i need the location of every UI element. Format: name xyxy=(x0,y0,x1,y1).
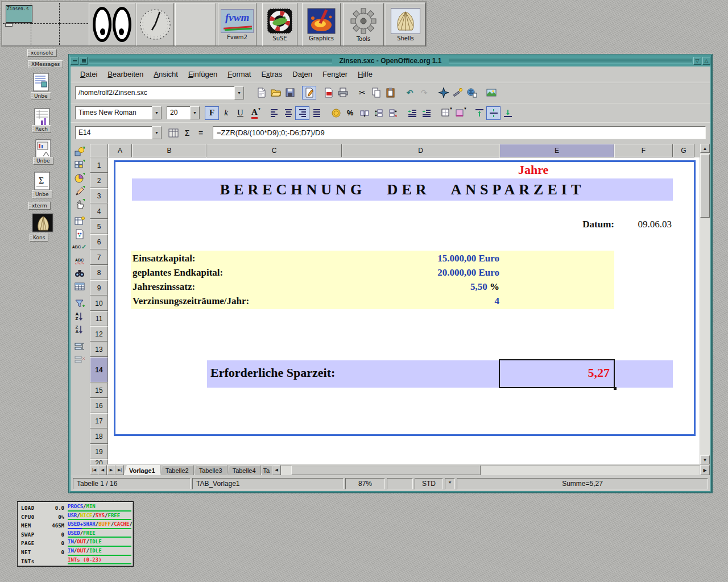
insert-cells-button[interactable] xyxy=(73,158,86,171)
sheet-grid[interactable]: BERECHNUNG DER ANSPARZEIT Datum: 09.06.0… xyxy=(108,157,700,464)
column-header-E[interactable]: E xyxy=(499,144,614,157)
status-cell-6[interactable]: Summe=5,27 xyxy=(457,478,708,489)
menu-fenster[interactable]: Fenster xyxy=(317,68,353,80)
row-header-9[interactable]: 9 xyxy=(90,280,108,296)
underline-button[interactable]: U xyxy=(233,106,247,120)
xconsole-label[interactable]: xconsole xyxy=(27,49,57,57)
row-header-14[interactable]: 14 xyxy=(90,357,108,383)
new-document-button[interactable] xyxy=(254,86,268,99)
draw-functions-button[interactable] xyxy=(73,184,86,197)
export-pdf-button[interactable] xyxy=(321,86,336,99)
status-cell-3[interactable] xyxy=(387,478,413,489)
input-row-0[interactable]: Einsatzkapital:15.000,00 Euro xyxy=(131,252,614,267)
last-sheet-button[interactable]: ▶| xyxy=(115,465,124,475)
ungroup-button[interactable] xyxy=(73,353,86,366)
themes-button[interactable] xyxy=(73,227,86,240)
cut-button[interactable]: ✂ xyxy=(355,86,369,99)
maximize-button[interactable]: △ xyxy=(702,57,710,65)
data-sources-button[interactable] xyxy=(73,280,86,293)
align-top-button[interactable] xyxy=(472,106,486,120)
impress-doc-icon[interactable] xyxy=(35,139,52,159)
autospellcheck-button[interactable]: ABC xyxy=(73,253,86,267)
column-header-C[interactable]: C xyxy=(206,144,342,157)
row-header-11[interactable]: 11 xyxy=(90,311,108,326)
row-header-19[interactable]: 19 xyxy=(90,444,108,459)
add-decimal-button[interactable] xyxy=(371,106,386,120)
xterm-label[interactable]: xterm xyxy=(28,202,51,210)
row-header-17[interactable]: 17 xyxy=(90,413,108,429)
row-header-12[interactable]: 12 xyxy=(90,326,108,342)
row-header-1[interactable]: 1 xyxy=(90,157,108,173)
pager-desk-3[interactable] xyxy=(60,3,88,24)
autofilter-button[interactable] xyxy=(73,297,86,310)
titlebar[interactable]: Zinsen.sxc - OpenOffice.org 1.1 ▽ △ xyxy=(71,56,710,65)
system-monitor-window[interactable]: LOAD0.0PROCS/MINCPU00%USR/NICE/SYS/FREEM… xyxy=(17,501,134,567)
row-header-5[interactable]: 5 xyxy=(90,219,108,234)
sheet-tab-Tabelle3[interactable]: Tabelle3 xyxy=(194,465,228,475)
font-name-dropdown[interactable]: ▼ xyxy=(152,106,162,119)
launcher-suse[interactable]: SuSE xyxy=(262,3,297,46)
menu-datei[interactable]: Datei xyxy=(75,68,102,80)
function-wizard-button[interactable] xyxy=(167,127,180,139)
launcher-fvwm2[interactable]: fvwm Fvwm2 xyxy=(218,3,257,46)
gallery-button[interactable] xyxy=(484,86,498,99)
row-header-16[interactable]: 16 xyxy=(90,398,108,413)
column-header-B[interactable]: B xyxy=(132,144,206,157)
clock-button[interactable] xyxy=(136,3,174,46)
vertical-scrollbar[interactable]: ▲ ▼ xyxy=(700,144,710,464)
scroll-down-button[interactable]: ▼ xyxy=(700,455,710,464)
next-sheet-button[interactable]: ▶ xyxy=(107,465,115,475)
menu-bearbeiten[interactable]: Bearbeiten xyxy=(102,68,148,80)
align-bottom-button[interactable] xyxy=(500,106,515,120)
font-name-field[interactable]: Times New Roman xyxy=(75,106,152,119)
tab-scroll-left-button[interactable]: ◀ xyxy=(272,465,281,475)
konsole-icon[interactable] xyxy=(32,213,53,232)
prev-sheet-button[interactable]: ◀ xyxy=(98,465,107,475)
blank-panel-button[interactable] xyxy=(175,3,216,46)
undo-button[interactable]: ↶ xyxy=(403,86,417,99)
number-format-standard-button[interactable] xyxy=(357,106,371,120)
cell-reference-field[interactable]: E14 xyxy=(75,126,152,139)
impress-doc-label[interactable]: Unbe xyxy=(33,157,53,165)
writer-doc-label[interactable]: Unbe xyxy=(31,92,51,100)
tab-scroll-right-button[interactable]: ▶ xyxy=(700,465,710,475)
italic-button[interactable]: k xyxy=(219,106,233,120)
scroll-up-button[interactable]: ▲ xyxy=(700,144,710,153)
menu-ansicht[interactable]: Ansicht xyxy=(148,68,183,80)
name-box-dropdown[interactable]: ▼ xyxy=(152,126,162,139)
file-url-field[interactable]: /home/rolf2/Zinsen.sxc xyxy=(75,86,234,99)
sheet-tab-Vorlage1[interactable]: Vorlage1 xyxy=(124,465,160,475)
row-header-15[interactable]: 15 xyxy=(90,383,108,398)
input-row-3[interactable]: Verzinsungszeiträume/Jahr:4 xyxy=(131,295,614,309)
row-header-7[interactable]: 7 xyxy=(90,250,108,265)
status-cell-5[interactable]: * xyxy=(445,478,455,489)
xmessages-label[interactable]: XMessages xyxy=(28,60,63,68)
pager-desk-6[interactable] xyxy=(60,24,88,45)
justify-button[interactable] xyxy=(309,106,324,120)
font-size-field[interactable]: 20 xyxy=(167,106,190,119)
font-size-dropdown[interactable]: ▼ xyxy=(190,106,200,119)
calc-doc-label[interactable]: Rech xyxy=(32,125,51,133)
select-all-corner[interactable] xyxy=(90,144,108,157)
menu-daten[interactable]: Daten xyxy=(287,68,317,80)
datum-value-cell[interactable]: 09.06.03 xyxy=(558,219,672,230)
edit-file-button[interactable] xyxy=(302,86,316,99)
print-button[interactable] xyxy=(336,86,350,99)
row-header-10[interactable]: 10 xyxy=(90,296,108,311)
sheet-title-cell[interactable]: BERECHNUNG DER ANSPARZEIT xyxy=(132,178,673,201)
align-middle-button[interactable] xyxy=(486,106,500,120)
delete-decimal-button[interactable] xyxy=(386,106,400,120)
number-format-percent-button[interactable]: % xyxy=(343,106,357,120)
row-header-4[interactable]: 4 xyxy=(90,203,108,219)
find-replace-button[interactable] xyxy=(73,267,86,280)
autoformat-button[interactable] xyxy=(73,214,86,227)
redo-button[interactable]: ↷ xyxy=(417,86,431,99)
pager-desk-5[interactable] xyxy=(31,24,60,45)
launcher-shells[interactable]: Shells xyxy=(386,3,425,46)
pager-desk-1[interactable]: Zinsen.s xyxy=(3,3,31,24)
open-button[interactable] xyxy=(268,86,283,99)
pager-desk-4[interactable] xyxy=(3,24,31,45)
input-row-1[interactable]: geplantes Endkapital:20.000,00 Euro xyxy=(131,267,614,281)
navigator-button[interactable] xyxy=(436,86,450,99)
window-menu-button[interactable] xyxy=(71,57,78,65)
